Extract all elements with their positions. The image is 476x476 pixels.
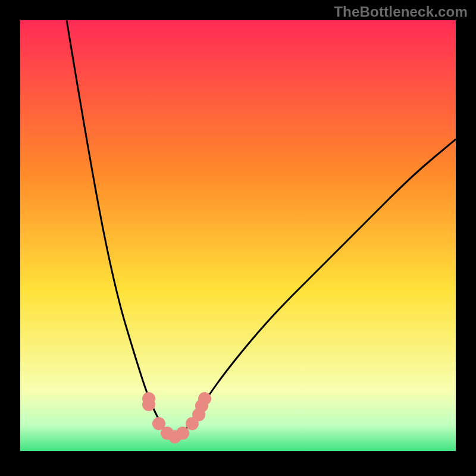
watermark-text: TheBottleneck.com xyxy=(334,4,468,20)
plot-area xyxy=(20,20,456,456)
bottleneck-plot-svg xyxy=(20,20,456,456)
x-axis-bar xyxy=(20,451,456,456)
chart-frame: TheBottleneck.com xyxy=(0,0,476,476)
data-marker xyxy=(176,427,189,440)
gradient-background xyxy=(20,20,456,456)
data-marker xyxy=(142,398,155,411)
data-marker xyxy=(198,392,211,405)
